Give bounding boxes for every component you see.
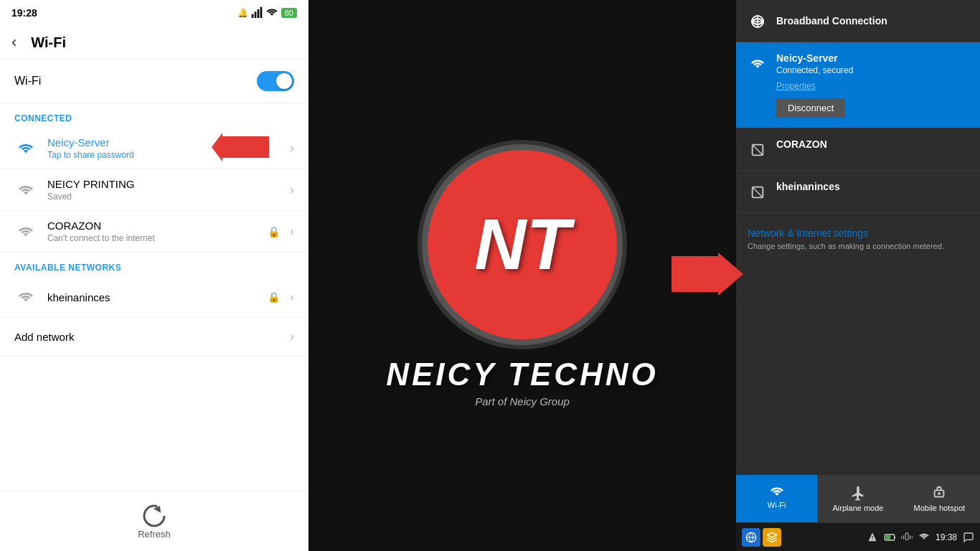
taskbar-icon-2[interactable] <box>763 528 781 547</box>
neicy-server-win-status: Connected, secured <box>776 65 969 75</box>
network-arrow[interactable]: › <box>290 141 294 156</box>
kheinaninces-arrow[interactable]: › <box>290 290 294 305</box>
corazon-name: CORAZON <box>47 220 268 232</box>
logo-text-block: NEICY TECHNO Part of Neicy Group <box>386 357 659 408</box>
logo-sub-text: Part of Neicy Group <box>386 395 659 408</box>
svg-line-14 <box>753 187 763 198</box>
svg-rect-1 <box>254 11 256 18</box>
svg-marker-7 <box>672 253 743 296</box>
broadband-name: Broadband Connection <box>776 15 969 27</box>
properties-link[interactable]: Properties <box>776 81 969 91</box>
add-network-label: Add network <box>14 331 74 343</box>
wifi-toggle-switch[interactable] <box>257 71 294 91</box>
svg-rect-22 <box>895 536 895 538</box>
taskbar-icons <box>742 528 781 547</box>
taskbar-time: 19:38 <box>867 532 974 543</box>
corazon-status: Can't connect to the internet <box>47 233 268 243</box>
wifi-status-icon <box>265 6 278 20</box>
bottom-actions: Wi-Fi Airplane mode Mobile hotspot <box>736 475 980 522</box>
hotspot-action-btn[interactable]: Mobile hotspot <box>899 475 980 522</box>
corazon-win-icon <box>748 140 768 160</box>
neicy-printing-wifi-icon <box>14 179 37 202</box>
kheinaninces-win-name: kheinaninces <box>776 181 969 192</box>
network-settings-title[interactable]: Network & Internet settings <box>748 227 969 239</box>
neicy-printing-item[interactable]: NEICY PRINTING Saved › <box>0 169 308 211</box>
disconnect-button[interactable]: Disconnect <box>776 98 845 118</box>
svg-rect-24 <box>905 533 908 540</box>
neicy-printing-status: Saved <box>47 192 284 202</box>
wifi-action-label: Wi-Fi <box>768 501 786 509</box>
signal-icon <box>251 6 263 20</box>
network-settings-sub: Change settings, such as making a connec… <box>748 242 969 250</box>
network-settings-section: Network & Internet settings Change setti… <box>736 213 980 258</box>
svg-marker-4 <box>212 133 269 161</box>
red-arrow-left <box>212 133 269 164</box>
broadband-info: Broadband Connection <box>776 15 969 27</box>
kheinaninces-win-icon <box>748 182 768 202</box>
kheinaninces-lock-icon: 🔒 <box>268 291 280 303</box>
logo-main-text: NEICY TECHNO <box>386 357 659 392</box>
svg-rect-0 <box>251 14 253 17</box>
wifi-action-btn[interactable]: Wi-Fi <box>736 475 817 522</box>
kheinaninces-win-item[interactable]: kheinaninces <box>736 171 980 213</box>
corazon-win-item[interactable]: CORAZON <box>736 128 980 171</box>
wifi-toggle-row: Wi-Fi <box>0 60 308 103</box>
svg-line-12 <box>753 145 763 156</box>
broadband-icon <box>748 11 768 32</box>
corazon-win-info: CORAZON <box>776 138 969 150</box>
corazon-wifi-icon <box>14 220 37 243</box>
svg-rect-23 <box>886 535 891 539</box>
refresh-label: Refresh <box>138 529 171 540</box>
svg-rect-2 <box>257 9 259 18</box>
big-right-arrow <box>672 253 743 298</box>
phone-status-bar: 19:28 🔔 80 <box>0 0 308 26</box>
corazon-lock-icon: 🔒 <box>268 226 280 237</box>
connected-network-item[interactable]: Neicy-Server Tap to share password › <box>0 128 308 169</box>
airplane-action-btn[interactable]: Airplane mode <box>817 475 898 522</box>
svg-point-20 <box>872 539 872 540</box>
wifi-toggle-label: Wi-Fi <box>14 75 41 88</box>
kheinaninces-name: kheinaninces <box>47 291 268 303</box>
neicy-server-win-info: Neicy-Server Connected, secured Properti… <box>776 52 969 118</box>
windows-wifi-panel: Broadband Connection Neicy-Server Connec… <box>736 0 980 551</box>
back-button[interactable]: ‹ <box>11 33 17 52</box>
svg-point-16 <box>938 492 941 495</box>
connected-section-label: CONNECTED <box>0 103 308 128</box>
corazon-info: CORAZON Can't connect to the internet <box>47 220 268 243</box>
status-time: 19:28 <box>11 7 37 19</box>
refresh-icon <box>141 503 167 529</box>
corazon-item[interactable]: CORAZON Can't connect to the internet 🔒 … <box>0 211 308 253</box>
kheinaninces-item[interactable]: kheinaninces 🔒 › <box>0 277 308 318</box>
status-icons: 🔔 80 <box>237 6 297 20</box>
neicy-server-win-name: Neicy-Server <box>776 52 969 64</box>
center-panel: NT NEICY TECHNO Part of Neicy Group <box>308 0 736 551</box>
available-section-label: AVAILABLE NETWORKS <box>0 253 308 277</box>
corazon-arrow[interactable]: › <box>290 224 294 239</box>
win-taskbar: 19:38 <box>736 522 980 551</box>
wifi-page-title: Wi-Fi <box>31 34 66 51</box>
neicy-printing-name: NEICY PRINTING <box>47 178 284 190</box>
neicy-server-icon <box>748 54 768 74</box>
kheinaninces-info: kheinaninces <box>47 291 268 303</box>
logo-circle: NT <box>422 144 623 345</box>
add-network-row[interactable]: Add network › <box>0 318 308 357</box>
neicy-server-win-item[interactable]: Neicy-Server Connected, secured Properti… <box>736 42 980 128</box>
phone-header: ‹ Wi-Fi <box>0 26 308 60</box>
phone-panel: 19:28 🔔 80 ‹ Wi-Fi <box>0 0 308 551</box>
kheinaninces-win-info: kheinaninces <box>776 181 969 192</box>
taskbar-clock: 19:38 <box>936 532 957 542</box>
refresh-button[interactable]: Refresh <box>0 491 308 551</box>
taskbar-icon-1[interactable] <box>742 528 760 547</box>
neicy-printing-arrow[interactable]: › <box>290 182 294 197</box>
battery-icon: 80 <box>281 8 297 18</box>
kheinaninces-wifi-icon <box>14 286 37 309</box>
neicy-printing-info: NEICY PRINTING Saved <box>47 178 284 202</box>
corazon-win-name: CORAZON <box>776 138 969 150</box>
broadband-item[interactable]: Broadband Connection <box>736 0 980 42</box>
add-network-arrow[interactable]: › <box>290 329 294 344</box>
hotspot-action-label: Mobile hotspot <box>914 504 966 512</box>
logo-container: NT NEICY TECHNO Part of Neicy Group <box>386 144 659 408</box>
alarm-icon: 🔔 <box>237 8 248 18</box>
svg-rect-3 <box>260 6 262 17</box>
connected-wifi-icon <box>14 137 37 160</box>
